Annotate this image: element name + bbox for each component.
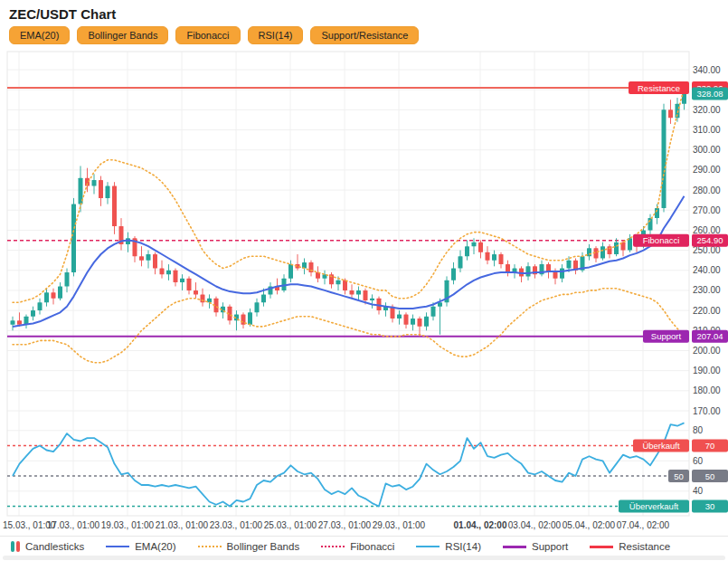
- oversold-label-tag: Überverkauft: [619, 500, 689, 513]
- svg-text:Fibonacci: Fibonacci: [643, 235, 680, 245]
- rsi-mid-value-tag: 50: [692, 470, 728, 482]
- svg-text:207.04: 207.04: [696, 331, 723, 341]
- svg-text:03.04., 02:00: 03.04., 02:00: [508, 520, 562, 530]
- ema-20-legend-icon: [106, 546, 129, 547]
- svg-text:340.00: 340.00: [693, 65, 721, 75]
- svg-text:23.03., 01:00: 23.03., 01:00: [210, 520, 263, 530]
- current-price-tag: 328.08: [692, 87, 728, 100]
- svg-text:25.03., 01:00: 25.03., 01:00: [264, 520, 317, 530]
- support-legend-icon: [503, 546, 526, 548]
- support-label-tag: Support: [643, 330, 689, 343]
- price-axis-labels: 170.00180.00190.00200.00210.00220.00230.…: [693, 65, 721, 497]
- candlestick-chart-canvas[interactable]: 170.00180.00190.00200.00210.00220.00230.…: [0, 0, 728, 536]
- svg-text:290.00: 290.00: [693, 165, 721, 175]
- gridlines: [7, 52, 689, 516]
- svg-text:190.00: 190.00: [693, 366, 721, 376]
- legend-item-candlesticks[interactable]: Candlesticks: [11, 541, 84, 552]
- horizontal-scrollbar[interactable]: [3, 556, 725, 560]
- svg-text:220.00: 220.00: [693, 306, 721, 316]
- svg-text:230.00: 230.00: [693, 285, 721, 295]
- svg-text:19.03., 01:00: 19.03., 01:00: [101, 520, 155, 530]
- resistance-label-tag: Resistance: [629, 81, 689, 94]
- svg-text:320.00: 320.00: [693, 105, 721, 115]
- bollinger-lower-band: [13, 289, 685, 363]
- legend-label: EMA(20): [135, 541, 175, 552]
- svg-text:Überkauft: Überkauft: [642, 441, 680, 451]
- legend-label: Resistance: [619, 541, 670, 552]
- rsi-mid-label-tag: 50: [668, 470, 689, 482]
- svg-text:21.03., 01:00: 21.03., 01:00: [156, 520, 209, 530]
- overbought-value-tag: 70: [692, 440, 728, 452]
- svg-text:250.00: 250.00: [693, 245, 721, 255]
- svg-text:170.00: 170.00: [693, 406, 721, 416]
- legend-item-fibonacci[interactable]: Fibonacci: [321, 541, 394, 552]
- overbought-label-tag: Überkauft: [633, 440, 689, 452]
- legend-label: RSI(14): [445, 541, 481, 552]
- svg-text:50: 50: [674, 471, 684, 481]
- candlesticks-legend-icon: [11, 541, 20, 552]
- rsi14-line: [13, 423, 685, 506]
- svg-text:27.03., 01:00: 27.03., 01:00: [318, 520, 372, 530]
- svg-text:270.00: 270.00: [693, 205, 721, 215]
- svg-text:300.00: 300.00: [693, 145, 721, 155]
- legend-item-ema-20[interactable]: EMA(20): [106, 541, 175, 552]
- date-axis-labels: 15.03., 01:0017.03., 01:0019.03., 01:002…: [3, 520, 670, 530]
- svg-text:254.90: 254.90: [696, 235, 723, 245]
- svg-text:240.00: 240.00: [693, 265, 721, 275]
- svg-text:70: 70: [705, 441, 715, 451]
- svg-text:Überverkauft: Überverkauft: [629, 501, 679, 511]
- fibonacci-value-tag: 254.90: [692, 234, 728, 247]
- svg-text:30: 30: [705, 501, 715, 511]
- legend-label: Fibonacci: [350, 541, 394, 552]
- fibonacci-label-tag: Fibonacci: [633, 234, 689, 247]
- svg-text:50: 50: [705, 471, 715, 481]
- svg-text:280.00: 280.00: [693, 185, 721, 195]
- legend-label: Candlesticks: [25, 541, 84, 552]
- svg-text:310.00: 310.00: [693, 125, 721, 135]
- rsi-14-legend-icon: [416, 546, 440, 547]
- svg-text:07.04., 02:00: 07.04., 02:00: [617, 520, 670, 530]
- svg-text:40: 40: [693, 486, 704, 496]
- legend-item-bollinger-bands[interactable]: Bollinger Bands: [198, 541, 300, 552]
- svg-text:29.03., 01:00: 29.03., 01:00: [373, 520, 426, 530]
- svg-text:17.03., 01:00: 17.03., 01:00: [47, 520, 100, 530]
- support-value-tag: 207.04: [692, 330, 728, 343]
- oversold-value-tag: 30: [692, 500, 728, 513]
- svg-text:Resistance: Resistance: [638, 83, 680, 93]
- legend-item-resistance[interactable]: Resistance: [590, 541, 670, 552]
- bollinger-bands-legend-icon: [198, 546, 222, 547]
- legend-item-support[interactable]: Support: [503, 541, 568, 552]
- svg-text:180.00: 180.00: [693, 385, 721, 395]
- legend-label: Support: [532, 541, 568, 552]
- candles: [11, 88, 687, 337]
- svg-text:200.00: 200.00: [693, 346, 721, 356]
- svg-text:80: 80: [693, 425, 704, 435]
- svg-text:Support: Support: [651, 331, 682, 341]
- plot-border: [7, 52, 689, 516]
- legend-item-rsi-14[interactable]: RSI(14): [416, 541, 481, 552]
- svg-text:01.04., 02:00: 01.04., 02:00: [454, 520, 507, 530]
- resistance-legend-icon: [590, 546, 613, 548]
- svg-text:260.00: 260.00: [693, 225, 721, 235]
- svg-text:60: 60: [693, 456, 704, 466]
- svg-text:05.04., 02:00: 05.04., 02:00: [563, 520, 616, 530]
- fibonacci-legend-icon: [321, 546, 345, 547]
- chart-legend: CandlesticksEMA(20)Bollinger BandsFibona…: [0, 536, 728, 556]
- svg-text:328.08: 328.08: [696, 89, 723, 99]
- zec-usdt-chart-page: { "header": { "title": "ZEC/USDT Chart",…: [0, 0, 728, 561]
- legend-label: Bollinger Bands: [227, 541, 300, 552]
